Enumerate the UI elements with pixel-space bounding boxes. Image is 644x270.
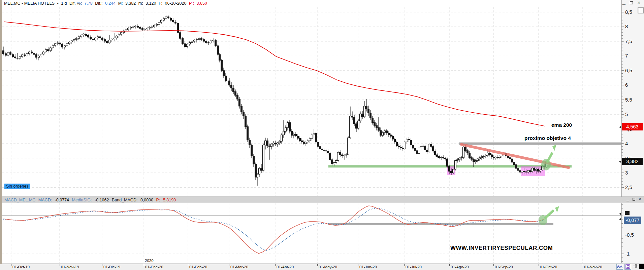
svg-text:6: 6 xyxy=(625,82,628,88)
svg-text:-1: -1 xyxy=(625,251,630,257)
save-floppy-icon[interactable] xyxy=(624,264,631,270)
date-tick-label: 01-May-20 xyxy=(319,265,337,269)
instrument-name: MEL.MC - MELIA HOTELS xyxy=(4,1,55,6)
macd-value-badge: -0,077 xyxy=(624,217,641,224)
macd-study-name: MACD_MEL.MC xyxy=(4,198,35,202)
trading-app-window: 8,587,576,565,554,543,532,5-0,5-1 MEL.MC… xyxy=(0,0,644,270)
date-tick xyxy=(60,264,60,266)
svg-text:5,5: 5,5 xyxy=(625,97,632,103)
maximize-icon[interactable] xyxy=(630,1,633,4)
black-square-icon[interactable] xyxy=(639,264,644,269)
date-tick xyxy=(583,264,583,266)
macd-panel-controls: ▁ ✕ xyxy=(626,197,641,201)
mediasig-value: -0,1062 xyxy=(95,198,109,202)
last-price-badge: 3,382 xyxy=(622,158,643,165)
date-tick-label: 01-Mar-20 xyxy=(230,265,248,269)
watermark: WWW.INVERTIRYESPECULAR.COM xyxy=(450,245,553,252)
macd-maximize-icon[interactable] xyxy=(633,198,635,201)
date-tick-label: 01-Jul-20 xyxy=(406,265,422,269)
date-tick-label: 01-Oct-19 xyxy=(12,265,30,269)
macd-p-value: 5,8190 xyxy=(163,198,176,202)
macd-minimize-icon[interactable]: ▁ xyxy=(626,197,629,201)
date-tick-label: 01-Feb-20 xyxy=(189,265,207,269)
window-controls: ▁ ✕ xyxy=(622,0,641,5)
band-macd-value: 0,0000 xyxy=(140,198,153,202)
session-min: 3,120 xyxy=(146,1,156,6)
macd-close-icon[interactable]: ✕ xyxy=(639,197,641,201)
svg-text:7,5: 7,5 xyxy=(625,38,632,44)
wave-zigzag-icon[interactable] xyxy=(616,264,623,270)
macd-header: MACD_MEL.MC MACD: -0,0774 MediaSIG: -0,1… xyxy=(2,197,644,203)
date-tick-label: 01-Abr-20 xyxy=(277,265,294,269)
dif-value: 0,244 xyxy=(105,1,116,6)
date-tick xyxy=(539,264,539,266)
dif-pct-value: 7,78 xyxy=(84,1,92,6)
date-tick xyxy=(11,264,11,266)
date-tick xyxy=(449,264,450,266)
date-tick-label: 01-Nov-19 xyxy=(61,265,79,269)
svg-text:8,5: 8,5 xyxy=(625,9,632,15)
timeframe: 1 d xyxy=(61,1,67,6)
svg-text:5: 5 xyxy=(625,111,628,117)
target-annotation: proximo objetivo 4 xyxy=(524,135,571,141)
date-tick-label: 01-Ago-20 xyxy=(451,265,469,269)
svg-text:8: 8 xyxy=(625,24,628,29)
date-tick xyxy=(275,264,276,266)
date-tick xyxy=(144,264,144,266)
date-tick xyxy=(317,264,318,266)
date-tick xyxy=(102,264,102,266)
date-axis[interactable]: 01-Oct-1901-Nov-1901-Dic-1901-Ene-2001-F… xyxy=(0,264,644,270)
macd-value: -0,0774 xyxy=(55,198,69,202)
close-icon[interactable]: ✕ xyxy=(637,0,641,5)
last-trade-price: 3,650 xyxy=(197,1,207,6)
year-tick xyxy=(144,259,144,264)
svg-text:6,5: 6,5 xyxy=(625,68,632,73)
svg-text:-0,5: -0,5 xyxy=(625,232,634,238)
session-max: 3,382 xyxy=(125,1,136,6)
no-orders-label: Sin órdenes xyxy=(4,184,30,189)
date-tick-label: 01-Ene-20 xyxy=(145,265,163,269)
date-tick-label: 01-Dic-19 xyxy=(103,265,120,269)
macd-band-marker xyxy=(625,211,630,215)
instrument-header: MEL.MC - MELIA HOTELS - 1 d Dif. %: 7,78… xyxy=(4,1,208,6)
date-tick-label: 01-Jun-20 xyxy=(359,265,377,269)
ema-value-badge: 4,563 xyxy=(622,123,643,130)
date-tick xyxy=(188,264,188,266)
price-scale-ruler-icon[interactable] xyxy=(638,7,644,13)
date-tick xyxy=(229,264,229,266)
svg-text:4: 4 xyxy=(625,141,628,146)
window-frame-edge xyxy=(0,0,2,270)
date-tick-label: 01-Nov-20 xyxy=(584,265,602,269)
svg-text:2,5: 2,5 xyxy=(625,184,632,190)
date-tick xyxy=(404,264,405,266)
bottom-toolbar xyxy=(616,263,644,270)
session-date: 06-10-2020 xyxy=(165,1,187,6)
svg-text:3: 3 xyxy=(625,170,628,176)
date-tick-label: 01-Oct-20 xyxy=(540,265,557,269)
ema200-annotation: ema 200 xyxy=(551,122,572,128)
year-label: 2020 xyxy=(145,259,154,263)
minimize-icon[interactable]: ▁ xyxy=(622,0,625,5)
pushpin-icon[interactable] xyxy=(633,263,638,270)
date-tick xyxy=(493,264,494,266)
svg-text:7: 7 xyxy=(625,53,628,59)
date-tick xyxy=(358,264,358,266)
date-tick-label: 01-Sep-20 xyxy=(495,265,513,269)
